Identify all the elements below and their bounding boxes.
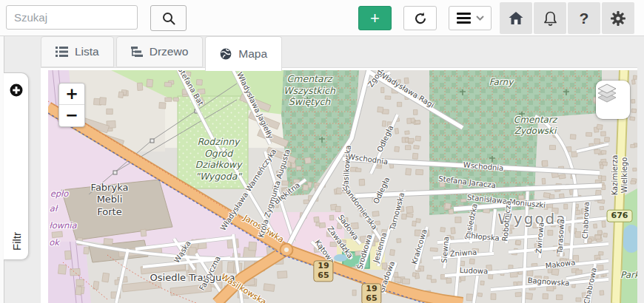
tab-label: Mapa xyxy=(238,47,267,61)
home-icon xyxy=(508,10,524,26)
globe-icon xyxy=(220,48,232,60)
search-input[interactable] xyxy=(6,5,138,30)
refresh-button[interactable] xyxy=(403,6,437,30)
tab-bar: Lista Drzewo Mapa xyxy=(41,36,284,71)
notifications-button[interactable] xyxy=(534,2,566,34)
gear-icon xyxy=(610,10,626,27)
menu-button[interactable] xyxy=(449,6,492,30)
zoom-out-button[interactable]: − xyxy=(59,105,84,126)
map-zoom-control: + − xyxy=(58,83,85,127)
layers-icon xyxy=(596,81,618,103)
search-button[interactable] xyxy=(150,5,187,31)
plus-circle-icon[interactable] xyxy=(10,84,23,97)
map-canvas xyxy=(48,70,637,303)
map-viewport[interactable]: Cmentarz Wszystkich ŚwiętychRodzinny Ogr… xyxy=(48,70,637,303)
chevron-down-icon xyxy=(476,16,484,21)
tab-drzewo[interactable]: Drzewo xyxy=(116,36,204,67)
tab-label: Lista xyxy=(75,45,99,58)
filter-panel[interactable]: Filtr xyxy=(4,72,29,260)
question-mark-icon: ? xyxy=(580,10,589,27)
tab-label: Drzewo xyxy=(150,45,189,58)
tab-lista[interactable]: Lista xyxy=(41,36,114,67)
list-icon xyxy=(56,47,68,57)
bell-icon xyxy=(543,10,558,27)
help-button[interactable]: ? xyxy=(568,2,600,34)
filter-label: Filtr xyxy=(10,232,22,251)
hamburger-icon xyxy=(457,10,471,26)
magnifier-icon xyxy=(161,11,176,26)
home-button[interactable] xyxy=(500,2,532,34)
refresh-icon xyxy=(413,11,428,26)
toolbar: + ? xyxy=(0,0,644,36)
add-button[interactable]: + xyxy=(358,6,392,30)
tree-icon xyxy=(131,47,143,57)
settings-button[interactable] xyxy=(602,2,634,34)
layers-button[interactable] xyxy=(596,81,630,119)
zoom-in-button[interactable]: + xyxy=(59,84,84,105)
tab-mapa[interactable]: Mapa xyxy=(205,36,282,71)
